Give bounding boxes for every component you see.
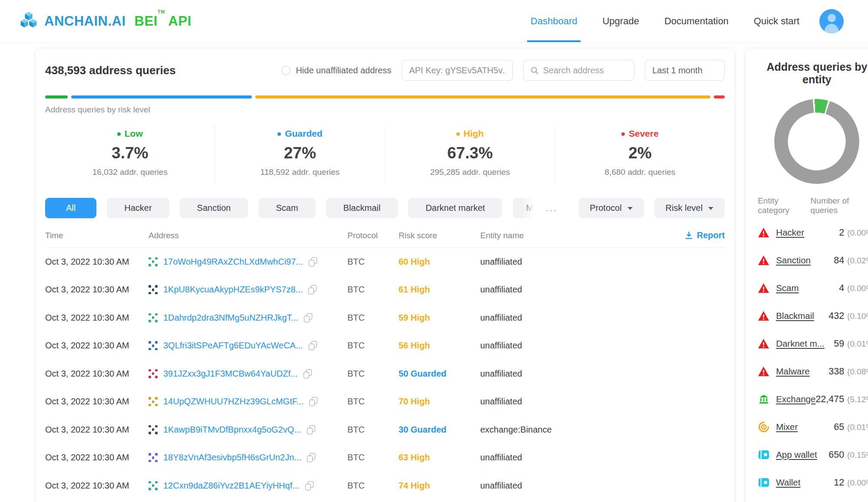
entity-category-link[interactable]: Exchange (776, 394, 815, 404)
main-content: 438,593 address queries Hide unaffiliate… (0, 43, 868, 502)
copy-icon[interactable] (305, 481, 314, 490)
identicon-pixel (155, 397, 158, 400)
entity-row-right: 59(0.01%) (834, 338, 868, 349)
filter-dropdowns: ProtocolRisk level (578, 198, 725, 218)
tab-hacker[interactable]: Hacker (107, 198, 169, 218)
hide-unaffiliated-checkbox[interactable] (281, 66, 290, 75)
row-entity-name: unaffiliated (480, 397, 725, 407)
copy-icon[interactable] (304, 369, 312, 378)
identicon-pixel (149, 460, 151, 463)
entity-category-link[interactable]: Wallet (776, 477, 800, 488)
risk-stat-label-text: Low (125, 128, 143, 138)
nav-item-quick-start[interactable]: Quick start (754, 0, 799, 42)
risk-stat-queries: 118,592 addr. queries (215, 167, 385, 177)
identicon-pixel (152, 260, 155, 263)
col-header-address: Address (149, 231, 347, 240)
tab-darknet-market[interactable]: Darknet market (408, 198, 502, 218)
entity-query-count: 84 (834, 255, 844, 266)
entity-row-app-wallet: App wallet650(0.15%) (758, 441, 868, 469)
risk-level-dropdown[interactable]: Risk level (654, 198, 725, 218)
protocol-dropdown[interactable]: Protocol (578, 198, 644, 218)
report-button[interactable]: Report (685, 230, 725, 240)
identicon-pixel (152, 313, 155, 316)
risk-stat-label-text: Guarded (285, 128, 322, 138)
identicon-pixel (149, 404, 151, 407)
warning-icon (758, 227, 769, 238)
identicon-pixel (152, 316, 155, 319)
identicon-pixel (149, 376, 151, 378)
date-range-select[interactable]: Last 1 month (645, 60, 725, 81)
entity-category-header: Entity category (758, 196, 810, 215)
entity-category-link[interactable]: Darknet m... (776, 338, 825, 349)
address-link[interactable]: 14UpQZWHUU7HZHz39GLcMGtF... (163, 397, 304, 407)
risk-bar-caption: Address queries by risk level (45, 105, 725, 115)
address-link[interactable]: 12Cxn9daZ86iYvz2B1AEYiyHHqf... (163, 481, 300, 491)
search-address-input[interactable] (543, 66, 627, 75)
chevron-down-icon (627, 207, 633, 210)
address-link[interactable]: 17oWoHg49RAxZChLXdMwhCi97... (163, 257, 303, 267)
entity-category-link[interactable]: Blackmail (776, 311, 814, 321)
row-address-cell: 1Dahrdp2dra3NfMg5uNZHRJkgT... (149, 313, 347, 323)
tab-all[interactable]: All (45, 198, 96, 218)
entity-category-link[interactable]: App wallet (776, 450, 817, 460)
address-link[interactable]: 1KpU8KycuaAkypHZEs9kPYS7z8... (163, 285, 303, 295)
tabs-overflow-ellipsis[interactable]: ... (546, 203, 558, 214)
entity-query-count: 432 (828, 311, 844, 321)
entity-category-link[interactable]: Hacker (776, 227, 804, 238)
address-link[interactable]: 391JZxx3gJ1F3MCBw64YaUDZf... (163, 369, 298, 379)
row-time: Oct 3, 2022 10:30 AM (45, 369, 149, 379)
tab-scam[interactable]: Scam (258, 198, 315, 218)
address-link[interactable]: 3QLfri3itSPeAFTg6EDuYAcWeCA... (163, 341, 303, 351)
api-key-input[interactable] (409, 66, 505, 75)
warning-icon (758, 255, 769, 266)
identicon-pixel (155, 484, 158, 487)
nav-item-dashboard[interactable]: Dashboard (531, 0, 578, 42)
identicon-pixel (149, 257, 151, 260)
entity-category-link[interactable]: Mixer (776, 422, 798, 432)
entity-query-percent: (0.10%) (847, 312, 868, 321)
address-link[interactable]: 18Y8zVnAf3esivbp5fH6sGrUn2Jn... (163, 453, 301, 463)
copy-icon[interactable] (304, 313, 312, 322)
brand[interactable]: ANCHAIN.AI BEITM API (19, 11, 191, 32)
col-header-time: Time (45, 231, 149, 240)
row-time: Oct 3, 2022 10:30 AM (45, 453, 149, 463)
identicon-pixel (155, 460, 158, 463)
address-identicon (149, 257, 158, 266)
hide-unaffiliated-toggle[interactable]: Hide unaffiliated address (281, 66, 391, 75)
search-icon (531, 66, 538, 75)
copy-icon[interactable] (309, 257, 317, 266)
entity-category-link[interactable]: Scam (776, 283, 799, 293)
entity-row-sanction: Sanction84(0.02%) (758, 246, 868, 274)
tab-blackmail[interactable]: Blackmail (326, 198, 398, 218)
copy-icon[interactable] (307, 425, 315, 434)
tab-m[interactable]: M (513, 198, 535, 218)
tab-sanction[interactable]: Sanction (180, 198, 248, 218)
nav-item-documentation[interactable]: Documentation (664, 0, 729, 42)
nav-item-upgrade[interactable]: Upgrade (602, 0, 639, 42)
entity-query-count: 2 (839, 227, 844, 238)
user-avatar[interactable] (819, 9, 844, 33)
entity-category-link[interactable]: Sanction (776, 255, 811, 266)
entity-query-count: 12 (834, 477, 844, 488)
row-entity-name: unaffiliated (480, 481, 725, 491)
copy-icon[interactable] (309, 341, 317, 350)
identicon-pixel (152, 369, 155, 372)
copy-icon[interactable] (307, 453, 315, 462)
entity-row-left: Sanction (758, 255, 811, 266)
risk-stat-low: Low3.7%16,032 addr. queries (45, 125, 215, 184)
table-row: Oct 3, 2022 10:30 AM1KpU8KycuaAkypHZEs9k… (45, 276, 725, 304)
search-address-field[interactable] (523, 60, 634, 81)
copy-icon[interactable] (309, 397, 317, 406)
address-link[interactable]: 1KawpB9iTMvDfBpnxx4g5oG2vQ... (163, 425, 301, 435)
row-protocol: BTC (347, 313, 399, 323)
identicon-pixel (155, 488, 158, 490)
table-body: Oct 3, 2022 10:30 AM17oWoHg49RAxZChLXdMw… (45, 248, 725, 500)
address-link[interactable]: 1Dahrdp2dra3NfMg5uNZHRJkgT... (163, 313, 298, 323)
identicon-pixel (149, 432, 151, 434)
col-header-protocol: Protocol (347, 231, 399, 240)
identicon-pixel (155, 369, 158, 372)
address-identicon (149, 341, 158, 350)
api-key-field[interactable] (402, 60, 513, 81)
copy-icon[interactable] (308, 285, 317, 294)
entity-category-link[interactable]: Malware (776, 366, 809, 377)
